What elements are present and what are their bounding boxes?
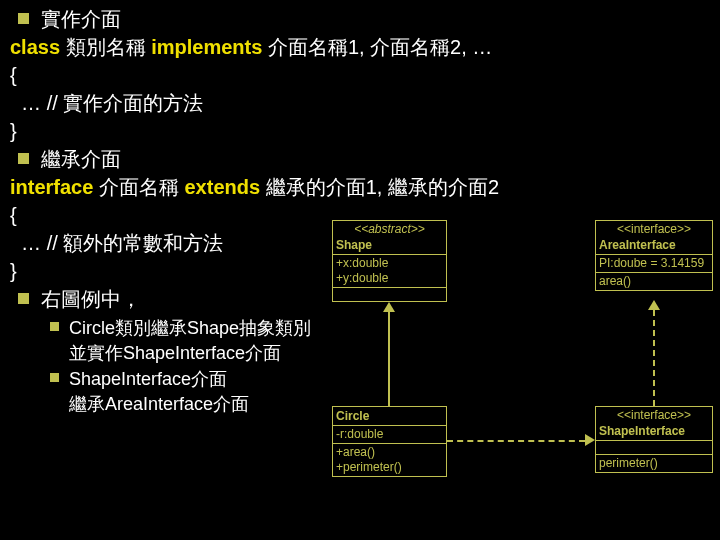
- sub-1a: Circle類別繼承Shape抽象類別: [69, 318, 311, 338]
- uml-shapeinterface: <<interface>> ShapeInterface perimeter(): [595, 406, 713, 473]
- uml-shape: <<abstract>> Shape +x:double +y:double: [332, 220, 447, 302]
- tx-parents: 繼承的介面1, 繼承的介面2: [266, 176, 499, 198]
- uml-si-ops: perimeter(): [596, 454, 712, 472]
- square-bullet-icon: [50, 373, 59, 382]
- uml-area-ops: area(): [596, 272, 712, 290]
- slide-body: 實作介面 class 類別名稱 implements 介面名稱1, 介面名稱2,…: [0, 0, 720, 416]
- arrowhead-right-icon: [585, 434, 595, 446]
- uml-shape-a2: +y:double: [336, 271, 443, 286]
- sub-2: ShapeInterface介面: [10, 367, 710, 391]
- kw-implements: implements: [151, 36, 268, 58]
- inherit-line: [388, 312, 390, 406]
- sub-1: Circle類別繼承Shape抽象類別: [10, 316, 710, 340]
- kw-interface: interface: [10, 176, 99, 198]
- tx-ifaces: 介面名稱1, 介面名稱2, …: [268, 36, 492, 58]
- tx-classname: 類別名稱: [66, 36, 152, 58]
- bullet-1: 實作介面: [10, 6, 710, 33]
- uml-area-name: AreaInterface: [596, 238, 712, 254]
- uml-circle-name: Circle: [333, 407, 446, 425]
- uml-area-const: PI:doube = 3.14159: [596, 254, 712, 272]
- uml-circle-ops: +area() +perimeter(): [333, 443, 446, 476]
- kw-extends: extends: [185, 176, 266, 198]
- sub-1b-line: 並實作ShapeInterface介面: [10, 341, 710, 365]
- uml-shape-ops: [333, 287, 446, 301]
- uml-area-stereo: <<interface>>: [596, 221, 712, 238]
- code-body1: … // 實作介面的方法: [10, 90, 710, 117]
- code-class-decl: class 類別名稱 implements 介面名稱1, 介面名稱2, …: [10, 34, 710, 61]
- uml-shape-name: Shape: [333, 238, 446, 254]
- square-bullet-icon: [18, 153, 29, 164]
- uml-si-name: ShapeInterface: [596, 424, 712, 440]
- code-interface-decl: interface 介面名稱 extends 繼承的介面1, 繼承的介面2: [10, 174, 710, 201]
- bullet-3-text: 右圖例中，: [41, 288, 141, 310]
- sub-2b: 繼承AreaInterface介面: [69, 394, 249, 414]
- bullet-2: 繼承介面: [10, 146, 710, 173]
- sub-2a: ShapeInterface介面: [69, 369, 227, 389]
- bullet-1-text: 實作介面: [41, 8, 121, 30]
- uml-circle-m2: +perimeter(): [336, 460, 443, 475]
- square-bullet-icon: [50, 322, 59, 331]
- uml-si-stereo: <<interface>>: [596, 407, 712, 424]
- arrowhead-up-icon: [383, 302, 395, 312]
- uml-circle: Circle -r:double +area() +perimeter(): [332, 406, 447, 477]
- extends-dash-line: [653, 310, 655, 406]
- tx-ifname: 介面名稱: [99, 176, 185, 198]
- kw-class: class: [10, 36, 66, 58]
- square-bullet-icon: [18, 13, 29, 24]
- uml-circle-a1: -r:double: [336, 427, 443, 442]
- uml-areainterface: <<interface>> AreaInterface PI:doube = 3…: [595, 220, 713, 291]
- arrowhead-up-icon: [648, 300, 660, 310]
- uml-si-m1: perimeter(): [599, 456, 709, 471]
- bullet-2-text: 繼承介面: [41, 148, 121, 170]
- uml-shape-attrs: +x:double +y:double: [333, 254, 446, 287]
- uml-area-c1: PI:doube = 3.14159: [599, 256, 709, 271]
- uml-si-empty: [596, 440, 712, 454]
- code-open1: {: [10, 62, 710, 89]
- uml-shape-stereo: <<abstract>>: [333, 221, 446, 238]
- uml-circle-attrs: -r:double: [333, 425, 446, 443]
- code-close1: }: [10, 118, 710, 145]
- sub-bullets: Circle類別繼承Shape抽象類別 並實作ShapeInterface介面 …: [10, 316, 710, 416]
- uml-shape-a1: +x:double: [336, 256, 443, 271]
- implements-dash-line: [447, 440, 585, 442]
- sub-1b: 並實作ShapeInterface介面: [69, 343, 281, 363]
- square-bullet-icon: [18, 293, 29, 304]
- uml-circle-m1: +area(): [336, 445, 443, 460]
- uml-area-m1: area(): [599, 274, 709, 289]
